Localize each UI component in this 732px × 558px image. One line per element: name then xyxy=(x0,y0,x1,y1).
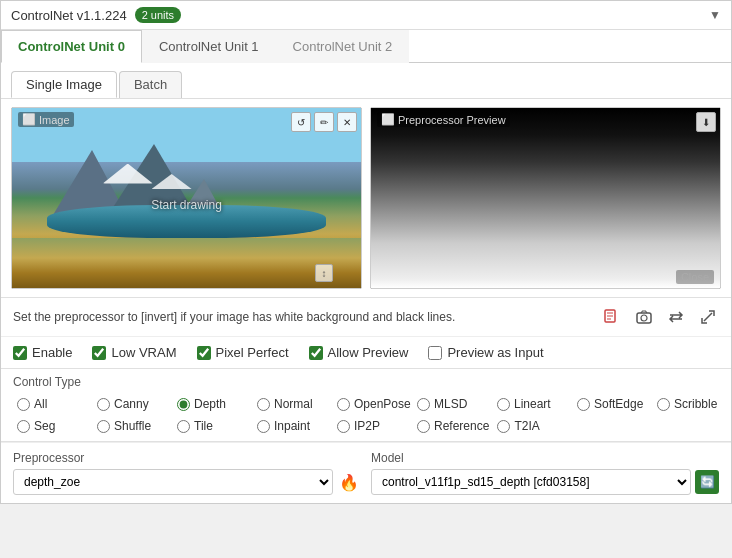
inner-tabs: Single Image Batch xyxy=(1,63,731,99)
enable-checkbox[interactable]: Enable xyxy=(13,345,72,360)
tab-single-image[interactable]: Single Image xyxy=(11,71,117,98)
image-content[interactable]: Start drawing xyxy=(12,108,361,288)
radio-t2ia[interactable]: T2IA xyxy=(493,417,573,435)
edit-action-icon[interactable] xyxy=(601,306,623,328)
radio-normal[interactable]: Normal xyxy=(253,395,333,413)
depth-preview-content xyxy=(371,108,720,288)
start-drawing-label: Start drawing xyxy=(151,198,222,212)
svg-point-2 xyxy=(641,315,647,321)
low-vram-checkbox[interactable]: Low VRAM xyxy=(92,345,176,360)
tab-unit-2[interactable]: ControlNet Unit 2 xyxy=(276,30,410,63)
radio-scribble[interactable]: Scribble xyxy=(653,395,732,413)
fire-button[interactable]: 🔥 xyxy=(337,471,361,494)
radio-reference[interactable]: Reference xyxy=(413,417,493,435)
image-panel-controls: ↺ ✏ ✕ xyxy=(291,112,357,132)
bottom-controls: Preprocessor depth_zoedepth_midasdepth_l… xyxy=(1,442,731,503)
info-text: Set the preprocessor to [invert] if your… xyxy=(13,310,601,324)
swap-action-icon[interactable] xyxy=(665,306,687,328)
preview-as-input-checkbox[interactable]: Preview as Input xyxy=(428,345,543,360)
control-type-grid: All Canny Depth Normal OpenPose MLSD Lin… xyxy=(13,395,719,435)
radio-ip2p[interactable]: IP2P xyxy=(333,417,413,435)
preprocessor-select-row: depth_zoedepth_midasdepth_leresnone 🔥 xyxy=(13,469,361,495)
expand-action-icon[interactable] xyxy=(697,306,719,328)
tab-unit-1[interactable]: ControlNet Unit 1 xyxy=(142,30,276,63)
preprocessor-icon: ⬜ xyxy=(381,113,395,126)
preprocessor-select[interactable]: depth_zoedepth_midasdepth_leresnone xyxy=(13,469,333,495)
main-tabs: ControlNet Unit 0 ControlNet Unit 1 Cont… xyxy=(1,30,731,63)
radio-seg[interactable]: Seg xyxy=(13,417,93,435)
radio-shuffle[interactable]: Shuffle xyxy=(93,417,173,435)
undo-icon[interactable]: ↺ xyxy=(291,112,311,132)
resize-icon[interactable]: ↕ xyxy=(315,264,333,282)
model-select[interactable]: control_v11f1p_sd15_depth [cfd03158] xyxy=(371,469,691,495)
controlnet-header: ControlNet v1.1.224 2 units ▼ xyxy=(1,1,731,30)
radio-openpose[interactable]: OpenPose xyxy=(333,395,413,413)
control-type-label: Control Type xyxy=(13,375,719,389)
camera-action-icon[interactable] xyxy=(633,306,655,328)
sync-button[interactable]: 🔄 xyxy=(695,470,719,494)
radio-lineart[interactable]: Lineart xyxy=(493,395,573,413)
header-title: ControlNet v1.1.224 xyxy=(11,8,127,23)
radio-mlsd[interactable]: MLSD xyxy=(413,395,493,413)
radio-inpaint[interactable]: Inpaint xyxy=(253,417,333,435)
radio-softedge[interactable]: SoftEdge xyxy=(573,395,653,413)
image-panel-label: ⬜ Image xyxy=(18,112,74,127)
checkboxes-row: Enable Low VRAM Pixel Perfect Allow Prev… xyxy=(1,337,731,368)
close-image-icon[interactable]: ✕ xyxy=(337,112,357,132)
image-panels-container: ⬜ Image ↺ ✏ ✕ xyxy=(1,99,731,297)
preprocessor-panel-label: ⬜ Preprocessor Preview xyxy=(377,112,510,127)
preprocessor-label: Preprocessor xyxy=(13,451,361,465)
input-image-panel[interactable]: ⬜ Image ↺ ✏ ✕ xyxy=(11,107,362,289)
tab-unit-0[interactable]: ControlNet Unit 0 xyxy=(1,30,142,63)
model-select-row: control_v11f1p_sd15_depth [cfd03158] 🔄 xyxy=(371,469,719,495)
radio-tile[interactable]: Tile xyxy=(173,417,253,435)
model-label: Model xyxy=(371,451,719,465)
action-icons-group xyxy=(601,306,719,328)
allow-preview-checkbox[interactable]: Allow Preview xyxy=(309,345,409,360)
preprocessor-group: Preprocessor depth_zoedepth_midasdepth_l… xyxy=(13,451,361,495)
preprocessor-preview-panel: ⬜ Preprocessor Preview ⬇ Close xyxy=(370,107,721,289)
radio-all[interactable]: All xyxy=(13,395,93,413)
control-type-section: Control Type All Canny Depth Normal Open… xyxy=(1,369,731,441)
info-row: Set the preprocessor to [invert] if your… xyxy=(1,298,731,337)
tab-batch[interactable]: Batch xyxy=(119,71,182,98)
pixel-perfect-checkbox[interactable]: Pixel Perfect xyxy=(197,345,289,360)
close-preview-button[interactable]: Close xyxy=(676,270,714,284)
units-badge: 2 units xyxy=(135,7,181,23)
radio-canny[interactable]: Canny xyxy=(93,395,173,413)
model-group: Model control_v11f1p_sd15_depth [cfd0315… xyxy=(371,451,719,495)
edit-pencil-icon[interactable]: ✏ xyxy=(314,112,334,132)
radio-depth[interactable]: Depth xyxy=(173,395,253,413)
image-icon: ⬜ xyxy=(22,113,36,126)
collapse-arrow-icon[interactable]: ▼ xyxy=(709,8,721,22)
download-icon[interactable]: ⬇ xyxy=(696,112,716,132)
